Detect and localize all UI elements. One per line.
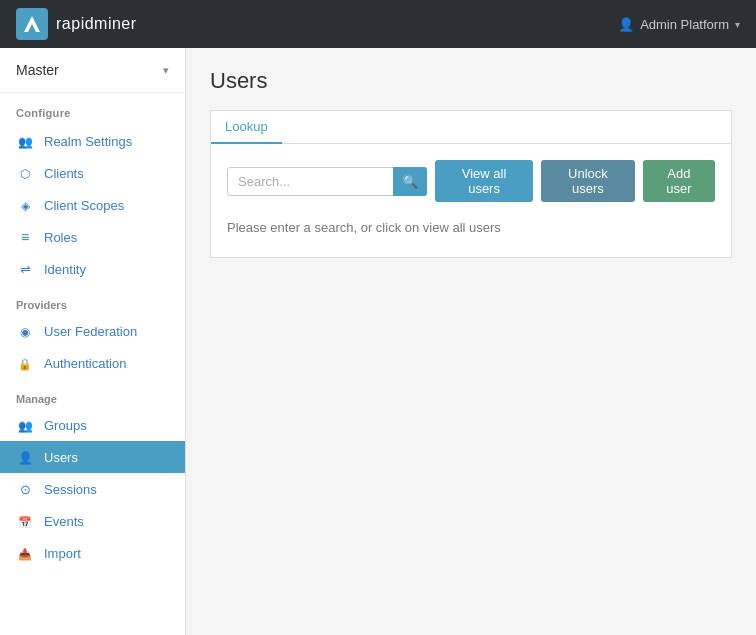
- users-panel: 🔍 View all users Unlock users Add user P…: [210, 144, 732, 258]
- client-scopes-icon: [16, 197, 34, 213]
- view-all-users-label: View all users: [462, 166, 507, 196]
- user-icon: 👤: [618, 17, 634, 32]
- sidebar-item-import[interactable]: Import: [0, 537, 185, 569]
- sessions-icon: [16, 481, 34, 497]
- sidebar-item-clients-label: Clients: [44, 166, 84, 181]
- sidebar-item-realm-settings[interactable]: Realm Settings: [0, 125, 185, 157]
- rapidminer-logo: [16, 8, 48, 40]
- logo-text: rapidminer: [56, 15, 137, 33]
- users-icon: [16, 449, 34, 465]
- sidebar-item-users[interactable]: Users: [0, 441, 185, 473]
- user-menu-caret: ▾: [735, 19, 740, 30]
- search-button[interactable]: 🔍: [393, 167, 427, 196]
- clients-icon: [16, 165, 34, 181]
- master-caret: ▾: [163, 64, 169, 77]
- sidebar-item-client-scopes-label: Client Scopes: [44, 198, 124, 213]
- sidebar-item-roles-label: Roles: [44, 230, 77, 245]
- sidebar-item-roles[interactable]: Roles: [0, 221, 185, 253]
- sidebar-item-users-label: Users: [44, 450, 78, 465]
- sidebar-item-identity[interactable]: Identity: [0, 253, 185, 285]
- tab-lookup[interactable]: Lookup: [211, 111, 282, 144]
- master-dropdown[interactable]: Master ▾: [0, 48, 185, 93]
- manage-label: Manage: [0, 379, 185, 409]
- unlock-users-button[interactable]: Unlock users: [541, 160, 635, 202]
- view-all-users-button[interactable]: View all users: [435, 160, 533, 202]
- sidebar-item-clients[interactable]: Clients: [0, 157, 185, 189]
- providers-label: Providers: [0, 285, 185, 315]
- user-name: Admin Platform: [640, 17, 729, 32]
- sidebar-item-sessions[interactable]: Sessions: [0, 473, 185, 505]
- sidebar-item-user-federation-label: User Federation: [44, 324, 137, 339]
- page-title: Users: [210, 68, 732, 94]
- groups-icon: [16, 417, 34, 433]
- roles-icon: [16, 229, 34, 245]
- logo-area: rapidminer: [16, 8, 137, 40]
- sidebar-item-events[interactable]: Events: [0, 505, 185, 537]
- sidebar: Master ▾ Configure Realm Settings Client…: [0, 48, 186, 635]
- sidebar-item-authentication[interactable]: Authentication: [0, 347, 185, 379]
- info-text: Please enter a search, or click on view …: [227, 214, 715, 241]
- user-federation-icon: [16, 323, 34, 339]
- main-layout: Master ▾ Configure Realm Settings Client…: [0, 48, 756, 635]
- import-icon: [16, 545, 34, 561]
- sidebar-item-realm-settings-label: Realm Settings: [44, 134, 132, 149]
- identity-icon: [16, 261, 34, 277]
- sidebar-item-import-label: Import: [44, 546, 81, 561]
- add-user-label: Add user: [666, 166, 691, 196]
- content-area: Users Lookup 🔍 View all users: [186, 48, 756, 635]
- user-menu[interactable]: 👤 Admin Platform ▾: [618, 17, 740, 32]
- search-icon: 🔍: [402, 174, 418, 189]
- authentication-icon: [16, 355, 34, 371]
- configure-label: Configure: [0, 93, 185, 125]
- tab-lookup-label: Lookup: [225, 119, 268, 134]
- realm-settings-icon: [16, 133, 34, 149]
- add-user-button[interactable]: Add user: [643, 160, 715, 202]
- sidebar-item-authentication-label: Authentication: [44, 356, 126, 371]
- search-wrapper: 🔍: [227, 167, 427, 196]
- unlock-users-label: Unlock users: [568, 166, 608, 196]
- master-label: Master: [16, 62, 59, 78]
- sidebar-item-groups[interactable]: Groups: [0, 409, 185, 441]
- tabs: Lookup: [210, 110, 732, 144]
- sidebar-item-user-federation[interactable]: User Federation: [0, 315, 185, 347]
- events-icon: [16, 513, 34, 529]
- sidebar-item-sessions-label: Sessions: [44, 482, 97, 497]
- panel-body: 🔍 View all users Unlock users Add user P…: [211, 144, 731, 257]
- top-nav: rapidminer 👤 Admin Platform ▾: [0, 0, 756, 48]
- sidebar-item-events-label: Events: [44, 514, 84, 529]
- search-row: 🔍 View all users Unlock users Add user: [227, 160, 715, 202]
- sidebar-item-client-scopes[interactable]: Client Scopes: [0, 189, 185, 221]
- sidebar-item-identity-label: Identity: [44, 262, 86, 277]
- sidebar-item-groups-label: Groups: [44, 418, 87, 433]
